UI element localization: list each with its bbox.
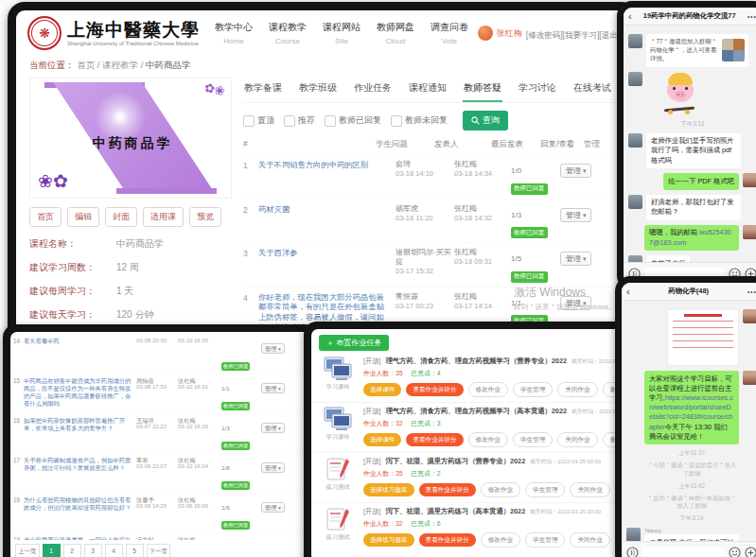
checkbox[interactable] bbox=[243, 115, 255, 127]
teacher-replied-badge: 教师已回复 bbox=[221, 442, 250, 450]
emoji-icon[interactable] bbox=[729, 547, 741, 557]
group-invite-card[interactable]: ＂77＂邀请您加入群聊＂药物化学＂，进入可查看详情。 bbox=[646, 34, 748, 67]
page-button[interactable]: 2 bbox=[63, 544, 81, 557]
filter-checkbox-item[interactable]: 教师已回复 bbox=[325, 114, 381, 127]
question-title-link[interactable]: 关于将中药碾制成速食产品，例如中药营养粥，想法可行吗？发展前景怎么样？ bbox=[24, 457, 136, 473]
edit-assignment-button[interactable]: 修改作业 bbox=[468, 432, 508, 447]
student-management-button[interactable]: 学生管理 bbox=[525, 482, 565, 497]
checkbox[interactable] bbox=[284, 115, 295, 127]
course-action-button[interactable]: 首页 bbox=[29, 207, 62, 227]
select-content-button[interactable]: 选择课件 bbox=[363, 433, 401, 446]
manage-dropdown-button[interactable]: 管理 bbox=[560, 296, 591, 310]
chat-message: 上午11:37 上午11:37 bbox=[626, 449, 756, 458]
qa-header-cell: 管理 bbox=[584, 139, 600, 150]
page-button[interactable]: 1 bbox=[43, 544, 61, 557]
qa-table-row: 15 中药商品在销售中能否成为非药用成分的商品，而不是仅仅作为一种具有养生特质的… bbox=[13, 374, 308, 413]
qa-header-cell: 发表人 bbox=[434, 139, 491, 150]
completed-count: 已完成：2 bbox=[412, 469, 441, 479]
nav-item[interactable]: 教师网盘 Cloud bbox=[377, 21, 414, 45]
page-button[interactable]: 5 bbox=[126, 544, 144, 557]
course-tab[interactable]: 作业任务 bbox=[353, 78, 393, 102]
question-title-link[interactable]: 关于西洋参 bbox=[258, 248, 396, 258]
user-link[interactable]: [我要学习] bbox=[563, 30, 600, 40]
voice-icon[interactable] bbox=[626, 547, 639, 557]
page-button[interactable]: 下一页 bbox=[147, 544, 171, 557]
assignment-type-label: 练习测试 bbox=[319, 533, 357, 542]
course-tab[interactable]: 教师答疑 bbox=[463, 78, 502, 102]
manage-dropdown-button[interactable]: 管理 bbox=[560, 164, 591, 178]
manage-dropdown-button[interactable]: 管理 bbox=[261, 462, 285, 473]
manage-dropdown-button[interactable]: 管理 bbox=[261, 502, 285, 513]
course-action-button[interactable]: 编辑 bbox=[67, 207, 99, 227]
row-number: 2 bbox=[243, 204, 258, 215]
question-title-link[interactable]: 中药商品在销售中能否成为非药用成分的商品，而不是仅仅作为一种具有养生特质的产品，… bbox=[24, 377, 136, 409]
manage-dropdown-button[interactable]: 管理 bbox=[261, 343, 285, 354]
course-action-button[interactable]: 适用课 bbox=[143, 207, 184, 227]
course-tab[interactable]: 教学班级 bbox=[298, 78, 338, 102]
question-title-link[interactable]: 有关有毒中药 bbox=[24, 338, 136, 345]
last-replier: 张红梅03-10 16:26 bbox=[178, 417, 221, 432]
page-button[interactable]: 3 bbox=[84, 544, 102, 557]
edit-assignment-button[interactable]: 修改作业 bbox=[468, 382, 508, 397]
student-management-button[interactable]: 学生管理 bbox=[513, 382, 553, 397]
course-tab[interactable]: 在线考试 bbox=[572, 78, 612, 102]
message-input[interactable] bbox=[642, 547, 725, 557]
page-button[interactable]: 4 bbox=[105, 544, 123, 557]
assignment-item: 学习课件 [开放] 理气方药、消食方药、理血方药视频学习（高本贯通）2022 截… bbox=[311, 402, 630, 452]
chat-menu-icon[interactable]: ••• bbox=[747, 13, 756, 20]
course-tab[interactable]: 教学备课 bbox=[243, 78, 283, 102]
nav-item[interactable]: 课程教学 Course bbox=[269, 21, 307, 45]
reply-count-cell: 1/8教师已回复 bbox=[221, 457, 261, 491]
question-author: 黄煜霖03-17 00:23 bbox=[396, 292, 454, 311]
grade-assignment-button[interactable]: 查看作业并评分 bbox=[406, 383, 463, 396]
grade-assignment-button[interactable]: 查看作业并评分 bbox=[406, 433, 463, 446]
manage-dropdown-button[interactable]: 管理 bbox=[560, 208, 591, 222]
course-action-button[interactable]: 封面 bbox=[105, 207, 137, 227]
edit-assignment-button[interactable]: 修改作业 bbox=[481, 532, 520, 548]
checkbox[interactable] bbox=[391, 115, 402, 127]
filter-checkbox-item[interactable]: 推荐 bbox=[284, 114, 315, 127]
assignment-list: 学习课件 [开放] 理气方药、消食方药、理血方药视频学习（营养专业）2022 截… bbox=[311, 353, 630, 552]
chat-menu-icon[interactable]: ••• bbox=[747, 288, 756, 295]
question-title-link[interactable]: 药材灭菌 bbox=[258, 204, 396, 215]
close-assignment-button[interactable]: 关闭作业 bbox=[570, 482, 609, 497]
grade-assignment-button[interactable]: 查看作业并评分 bbox=[419, 483, 476, 496]
nav-item[interactable]: 课程网站 Site bbox=[323, 21, 360, 45]
manage-dropdown-button[interactable]: 管理 bbox=[261, 383, 285, 393]
select-content-button[interactable]: 选择课件 bbox=[363, 383, 401, 396]
course-action-button[interactable]: 预览 bbox=[189, 207, 221, 227]
student-management-button[interactable]: 学生管理 bbox=[525, 532, 565, 548]
question-title-link[interactable]: 为什么有些药用植物的其他部位也含有有效成分，但治疗效果却没有药用部位好？ bbox=[24, 496, 136, 513]
teacher-replied-badge: 教师已回复 bbox=[221, 481, 250, 490]
filter-checkbox-item[interactable]: 置顶 bbox=[243, 114, 274, 127]
plus-icon[interactable] bbox=[745, 547, 756, 557]
breadcrumb-section[interactable]: 课程教学 bbox=[102, 60, 138, 70]
document-image[interactable] bbox=[667, 309, 739, 366]
grade-assignment-button[interactable]: 查看作业并评分 bbox=[419, 533, 476, 547]
breadcrumb-home[interactable]: 首页 bbox=[77, 60, 95, 70]
select-content-button[interactable]: 选择练习题库 bbox=[363, 533, 414, 547]
nav-item[interactable]: 教学中心 Home bbox=[215, 21, 253, 45]
close-assignment-button[interactable]: 关闭作业 bbox=[557, 432, 597, 447]
student-count: 作业人数：32 bbox=[363, 419, 403, 428]
course-tab[interactable]: 课程通知 bbox=[408, 78, 448, 102]
student-management-button[interactable]: 学生管理 bbox=[513, 432, 553, 447]
close-assignment-button[interactable]: 关闭作业 bbox=[557, 382, 597, 397]
course-tab[interactable]: 学习讨论 bbox=[518, 78, 557, 102]
create-assignment-button[interactable]: ＋ 布置作业任务 bbox=[319, 335, 389, 351]
select-content-button[interactable]: 选择练习题库 bbox=[363, 483, 414, 496]
filter-checkbox-item[interactable]: 教师未回复 bbox=[391, 114, 448, 127]
user-link[interactable]: [修改密码] bbox=[526, 30, 563, 40]
search-button[interactable]: 查询 bbox=[463, 111, 508, 131]
close-assignment-button[interactable]: 关闭作业 bbox=[570, 532, 609, 548]
pig-sticker[interactable] bbox=[661, 72, 701, 115]
nav-item[interactable]: 调查问卷 Vote bbox=[431, 21, 468, 45]
checkbox[interactable] bbox=[325, 115, 336, 127]
question-title-link[interactable]: 关于不同销售方向的中药的区别 bbox=[258, 160, 396, 170]
manage-dropdown-button[interactable]: 管理 bbox=[560, 252, 591, 266]
manage-dropdown-button[interactable]: 管理 bbox=[261, 423, 285, 433]
question-author: 王瑞琪03-07 22:22 bbox=[136, 417, 178, 432]
page-button[interactable]: 上一页 bbox=[15, 544, 40, 557]
question-title-link[interactable]: 如果把中药茶饮像奶茶那样普遍推广开来，在市场上具有多大的竞争力？ bbox=[24, 417, 136, 433]
edit-assignment-button[interactable]: 修改作业 bbox=[481, 482, 520, 497]
